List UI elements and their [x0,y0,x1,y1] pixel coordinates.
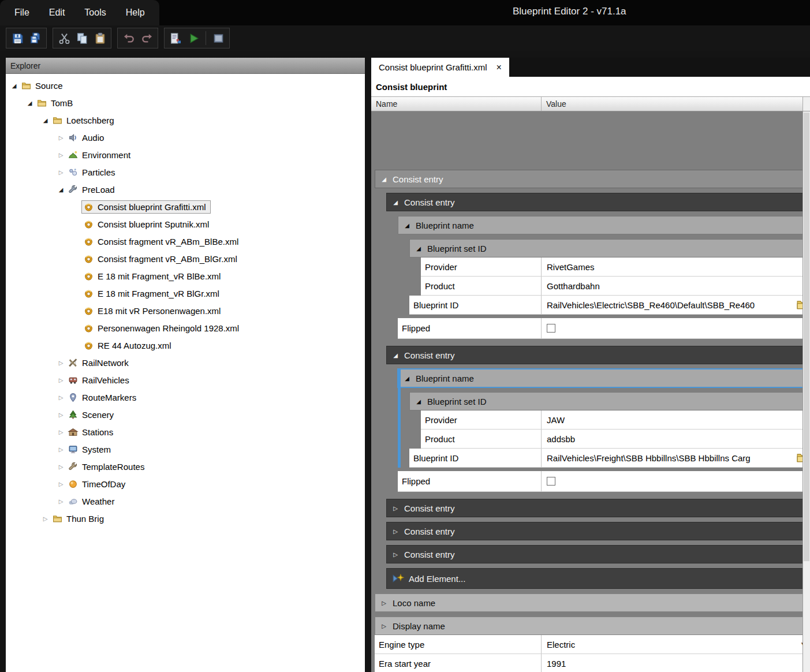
collapse-icon[interactable]: ◢ [415,398,423,405]
expand-icon[interactable]: ▷ [56,360,66,366]
collapse-icon[interactable]: ◢ [25,100,35,106]
group-header-blueprint-name[interactable]: ◢Blueprint name [398,369,810,387]
tree-item[interactable]: ◢Loetschberg [6,111,365,129]
save-all-button[interactable] [27,30,43,46]
group-header-consist-entry[interactable]: ▷Consist entry [386,522,810,540]
group-header-blueprint-name[interactable]: ◢Blueprint name [398,216,810,234]
tree-item[interactable]: ▷Environment [6,146,365,163]
scrollbar[interactable] [802,111,810,672]
export-button[interactable] [167,30,184,46]
property-value[interactable]: addsbb [542,430,810,448]
tree-item[interactable]: ▷RouteMarkers [6,389,365,406]
property-value[interactable]: JAW [542,410,810,429]
paste-button[interactable] [92,30,108,46]
expand-icon[interactable]: ▷ [56,377,66,383]
group-header-blueprint-set-id[interactable]: ◢Blueprint set ID [409,239,810,257]
expand-icon[interactable]: ▷ [56,464,66,470]
tree-item[interactable]: ▷System [6,440,365,458]
tree-item[interactable]: ◢TomB [6,94,365,111]
group-header-consist-entry[interactable]: ◢Consist entry [375,170,810,188]
tree-item[interactable]: ▷TimeOfDay [6,475,365,492]
property-value[interactable]: Electric▼ [542,635,810,654]
expand-icon[interactable]: ▷ [56,135,66,141]
checkbox[interactable] [547,477,555,486]
tree-item[interactable]: Consist fragment vR_ABm_BlGr.xml [6,250,365,267]
tree-item[interactable]: Consist fragment vR_ABm_BlBe.xml [6,233,365,250]
expand-icon[interactable]: ▷ [56,412,66,418]
expand-icon[interactable]: ▷ [56,498,66,505]
tree-item[interactable]: ▷Weather [6,492,365,510]
tree-item[interactable]: E 18 mit Fragment_vR BlBe.xml [6,267,365,285]
expand-icon[interactable]: ▷ [380,600,388,606]
expand-icon[interactable]: ▷ [391,551,400,558]
tree-item[interactable]: ▷Stations [6,423,365,440]
collapse-icon[interactable]: ◢ [56,186,66,193]
checkbox[interactable] [547,324,555,333]
collapse-icon[interactable]: ◢ [415,245,423,252]
tree-item[interactable]: ▷RailNetwork [6,354,365,371]
expand-icon[interactable]: ▷ [56,152,66,158]
tree-item[interactable]: Personenwagen Rheingold 1928.xml [6,319,365,337]
tree-item[interactable]: E18 mit vR Personenwagen.xml [6,302,365,319]
collapse-icon[interactable]: ◢ [380,176,388,182]
redo-button[interactable] [139,30,155,46]
property-value[interactable]: RailVehicles\Freight\SBB Hbbillns\SBB Hb… [542,449,810,467]
menu-edit[interactable]: Edit [39,2,75,24]
property-value[interactable]: RailVehicles\Electric\SBB_Re460\Default\… [542,296,810,314]
expand-icon[interactable]: ▷ [56,429,66,435]
tree-item[interactable]: ▷TemplateRoutes [6,458,365,475]
collapse-icon[interactable]: ◢ [40,117,50,124]
tree-item[interactable]: ▷Particles [6,163,365,181]
expand-icon[interactable]: ▷ [56,169,66,176]
expand-icon[interactable]: ▷ [56,394,66,401]
menu-help[interactable]: Help [116,2,155,24]
tree-item[interactable]: ◢PreLoad [6,181,365,198]
property-value[interactable]: RivetGames [542,257,810,276]
property-value[interactable]: Gotthardbahn [542,277,810,295]
group-header-consist-entry[interactable]: ▷Consist entry [386,499,810,517]
undo-button[interactable] [121,30,137,46]
tree-item[interactable]: RE 44 Autozug.xml [6,337,365,354]
group-header-blueprint-set-id[interactable]: ◢Blueprint set ID [409,392,810,410]
group-header-consist-entry[interactable]: ◢Consist entry [386,346,810,364]
property-value[interactable] [542,471,810,491]
toolbar-groups [6,28,230,48]
copy-button[interactable] [74,30,90,46]
tree-item[interactable]: ▷Audio [6,129,365,146]
expand-icon[interactable]: ▷ [40,516,50,522]
tree-item[interactable]: ▷RailVehicles [6,371,365,389]
expand-icon[interactable]: ▷ [56,481,66,487]
scrollbar-thumb[interactable] [804,113,809,561]
collapse-icon[interactable]: ◢ [403,375,411,382]
group-header-consist-entry[interactable]: ▷Consist entry [386,545,810,563]
property-value[interactable] [542,318,810,338]
add-element-row[interactable]: Add Element... [386,568,810,589]
collapse-icon[interactable]: ◢ [9,83,19,89]
tree-item[interactable]: ▷Scenery [6,406,365,423]
run-button[interactable] [185,30,201,46]
collapse-icon[interactable]: ◢ [391,352,400,359]
tree-item-label: PreLoad [82,185,115,195]
expand-icon[interactable]: ▷ [380,623,388,629]
group-header-consist-entry[interactable]: ◢Consist entry [386,193,810,211]
close-icon[interactable]: × [497,63,502,72]
tab-consist-blueprint-grafitti[interactable]: Consist blueprint Grafitti.xml × [371,58,509,77]
tree-item[interactable]: E 18 mit Fragment_vR BlGr.xml [6,285,365,302]
group-header-loco-name[interactable]: ▷Loco name [375,593,810,612]
expand-icon[interactable]: ▷ [391,505,400,512]
group-header-display-name[interactable]: ▷Display name [375,617,810,635]
tree-item[interactable]: ◢Source [6,77,365,94]
tree-item[interactable]: Consist blueprint Sputnik.xml [6,215,365,233]
property-value[interactable]: 1991 [542,654,810,672]
cut-button[interactable] [56,30,72,46]
preview-button[interactable] [210,30,226,46]
save-button[interactable] [9,30,25,46]
expand-icon[interactable]: ▷ [391,528,400,535]
menu-tools[interactable]: Tools [74,2,115,24]
menu-file[interactable]: File [5,2,39,24]
collapse-icon[interactable]: ◢ [391,199,400,206]
expand-icon[interactable]: ▷ [56,446,66,453]
tree-item[interactable]: Consist blueprint Grafitti.xml [6,198,365,215]
collapse-icon[interactable]: ◢ [403,222,411,229]
tree-item[interactable]: ▷Thun Brig [6,510,365,527]
